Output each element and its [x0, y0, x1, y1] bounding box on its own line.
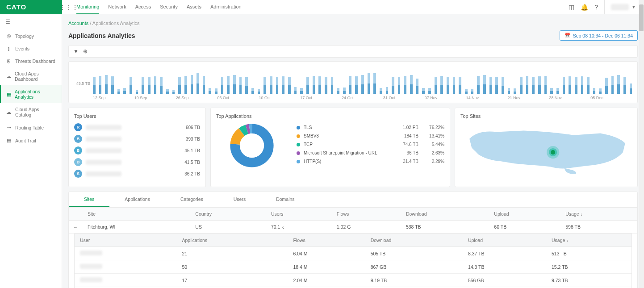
timeline-bar[interactable]	[178, 72, 181, 94]
user-detail-row[interactable]: 216.04 M505 TB8.37 TB513 TB	[75, 247, 631, 260]
timeline-bar[interactable]	[605, 72, 608, 94]
timeline-bar[interactable]	[337, 72, 339, 94]
timeline-bar[interactable]	[325, 72, 327, 94]
timeline-bar[interactable]	[453, 72, 456, 94]
bell-icon[interactable]: 🔔	[581, 4, 588, 11]
data-tab-sites[interactable]: Sites	[69, 192, 109, 207]
timeline-bar[interactable]	[538, 72, 541, 94]
sites-col-expand[interactable]	[69, 208, 82, 221]
timeline-bar[interactable]	[160, 72, 163, 94]
add-filter-icon[interactable]: ⊕	[83, 48, 88, 54]
timeline-bar[interactable]	[471, 72, 474, 94]
vertical-scrollbar[interactable]	[639, 0, 644, 288]
timeline-bar[interactable]	[380, 72, 382, 94]
timeline-bar[interactable]	[184, 72, 187, 94]
timeline-bar[interactable]	[306, 72, 309, 94]
timeline-bar[interactable]	[142, 72, 144, 94]
nav-security[interactable]: Security	[160, 0, 178, 14]
timeline-bar[interactable]	[288, 72, 291, 94]
timeline-bar[interactable]	[227, 72, 230, 94]
data-tab-categories[interactable]: Categories	[165, 192, 218, 207]
timeline-bar[interactable]	[404, 72, 406, 94]
timeline-bar[interactable]	[154, 72, 157, 94]
sites-col-country[interactable]: Country	[190, 208, 266, 221]
timeline-bar[interactable]	[313, 72, 315, 94]
timeline-bar[interactable]	[239, 72, 242, 94]
sidebar-item-cloud-apps-dashboard[interactable]: ☁Cloud Apps Dashboard	[0, 67, 62, 85]
timeline-bar[interactable]	[123, 72, 126, 94]
users-col-user[interactable]: User	[75, 234, 176, 247]
sidebar-item-audit-trail[interactable]: ▤Audit Trail	[0, 134, 62, 147]
sidebar-item-threats-dashboard[interactable]: ⛨Threats Dashboard	[0, 55, 62, 67]
timeline-bar[interactable]	[489, 72, 492, 94]
timeline-bar[interactable]	[93, 72, 96, 94]
app-legend-row[interactable]: Microsoft Sharepoint Migration - URL36 T…	[297, 149, 444, 157]
data-tab-users[interactable]: Users	[218, 192, 261, 207]
timeline-bar[interactable]	[483, 72, 486, 94]
timeline-bar[interactable]	[416, 72, 419, 94]
sidebar-item-applications-analytics[interactable]: ▦Applications Analytics	[0, 85, 62, 103]
timeline-bar[interactable]	[623, 72, 626, 94]
donut-slice-http(s)[interactable]	[235, 129, 269, 163]
timeline-bar[interactable]	[581, 72, 584, 94]
timeline-bar[interactable]	[282, 72, 284, 94]
timeline-bar[interactable]	[349, 72, 352, 94]
users-col-applications[interactable]: Applications	[176, 234, 288, 247]
timeline-bar[interactable]	[251, 72, 254, 94]
timeline-bar[interactable]	[318, 72, 321, 94]
timeline-bar[interactable]	[373, 72, 376, 94]
timeline-bar[interactable]	[630, 72, 632, 94]
scrollbar-thumb[interactable]	[639, 4, 644, 31]
timeline-bar[interactable]	[233, 72, 236, 94]
timeline-bar[interactable]	[563, 72, 565, 94]
timeline-bar[interactable]	[544, 72, 547, 94]
timeline-bar[interactable]	[221, 72, 224, 94]
sites-col-download[interactable]: Download	[401, 208, 489, 221]
sites-col-usage[interactable]: Usage↓	[560, 208, 637, 221]
date-range-button[interactable]: 📅 Sep 08 10:34 - Dec 06 11:34	[560, 30, 638, 41]
timeline-bar[interactable]	[520, 72, 523, 94]
timeline-bar[interactable]	[136, 72, 138, 94]
timeline-bar[interactable]	[575, 72, 577, 94]
timeline-bar[interactable]	[569, 72, 571, 94]
timeline-bar[interactable]	[440, 72, 443, 94]
timeline-bar[interactable]	[508, 72, 510, 94]
timeline-bar[interactable]	[117, 72, 120, 94]
top-user-row[interactable]: R606 TB	[74, 123, 200, 131]
timeline-bar[interactable]	[398, 72, 401, 94]
timeline-bar[interactable]	[215, 72, 217, 94]
sites-col-site[interactable]: Site	[82, 208, 190, 221]
users-col-download[interactable]: Download	[365, 234, 463, 247]
timeline-bar[interactable]	[209, 72, 211, 94]
timeline-bar[interactable]	[465, 72, 468, 94]
site-marker[interactable]	[551, 150, 555, 154]
user-detail-row[interactable]: 5018.4 M867 GB14.3 TB15.2 TB	[75, 260, 631, 274]
expand-toggle-icon[interactable]: –	[69, 221, 82, 234]
timeline-bar[interactable]	[556, 72, 559, 94]
timeline-bar[interactable]	[392, 72, 394, 94]
timeline-bar[interactable]	[532, 72, 535, 94]
sidebar-collapse-icon[interactable]: ☰	[0, 14, 62, 29]
apps-grid-icon[interactable]: ⋮⋮⋮	[62, 4, 75, 11]
alert-icon[interactable]: ◫	[569, 4, 574, 11]
timeline-bar[interactable]	[599, 72, 602, 94]
timeline-bar[interactable]	[422, 72, 425, 94]
timeline-bar[interactable]	[111, 72, 114, 94]
filter-icon[interactable]: ▼	[73, 48, 79, 54]
users-col-usage[interactable]: Usage↓	[546, 234, 631, 247]
timeline-bar[interactable]	[99, 72, 102, 94]
timeline-bar[interactable]	[593, 72, 596, 94]
timeline-bar[interactable]	[611, 72, 614, 94]
top-user-row[interactable]: B45.1 TB	[74, 146, 200, 154]
sites-col-upload[interactable]: Upload	[489, 208, 560, 221]
breadcrumb-root[interactable]: Accounts	[68, 21, 88, 26]
user-menu[interactable]: ▼	[604, 0, 636, 14]
top-user-row[interactable]: D41.5 TB	[74, 158, 200, 166]
timeline-bar[interactable]	[526, 72, 529, 94]
timeline-bar[interactable]	[276, 72, 279, 94]
timeline-bar[interactable]	[587, 72, 590, 94]
data-tab-applications[interactable]: Applications	[109, 192, 165, 207]
timeline-bar[interactable]	[410, 72, 413, 94]
timeline-bar[interactable]	[270, 72, 272, 94]
app-legend-row[interactable]: HTTP(S)31.4 TB2.29%	[297, 157, 444, 166]
